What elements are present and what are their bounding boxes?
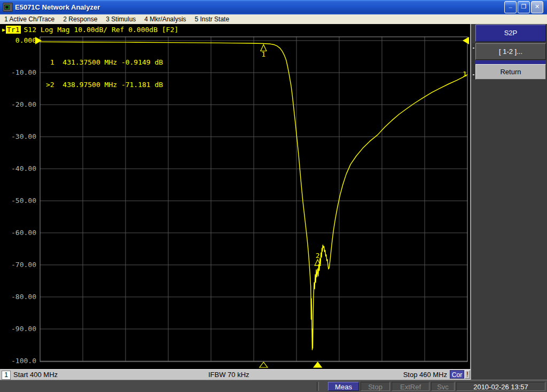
channel-number-box: 1	[2, 371, 11, 380]
trace-format-text: S12 Log Mag 10.00dB/ Ref 0.000dB [F2]	[24, 26, 179, 34]
y-axis-label: -40.00	[0, 164, 36, 173]
y-axis-label: -60.00	[0, 229, 36, 237]
softkey-menu-title: S2P	[475, 25, 546, 42]
trace-end-number: 1	[463, 70, 467, 78]
menu-response[interactable]: 2 Response	[59, 15, 101, 23]
ifbw-label: IFBW 70 kHz	[208, 371, 249, 379]
softkey-scroll-strip	[472, 43, 475, 80]
menu-mkr-analysis[interactable]: 4 Mkr/Analysis	[140, 15, 190, 23]
trace1-chip[interactable]: Tr1	[6, 26, 20, 34]
y-axis-label: -10.00	[0, 68, 36, 76]
app-icon	[3, 3, 13, 12]
ref-level-pointer-right-icon[interactable]	[463, 37, 469, 44]
state-bar-separator	[317, 382, 319, 391]
marker2-readout: >2 438.97500 MHz -71.181 dB	[46, 81, 163, 89]
datetime-display: 2010-02-26 13:57	[456, 382, 545, 391]
y-axis-label: -100.0	[0, 357, 36, 365]
instrument-state-bar: Meas Stop ExtRef Svc 2010-02-26 13:57	[0, 380, 547, 392]
stop-frequency-label: Stop 460 MHz	[403, 371, 447, 379]
softkey-return[interactable]: Return	[475, 64, 546, 80]
restore-button[interactable]: ❐	[518, 1, 530, 13]
menu-bar: 1 Active Ch/Trace 2 Response 3 Stimulus …	[0, 14, 547, 25]
meas-status-badge: Meas	[328, 382, 359, 391]
softkey-sidebar: S2P [ 1-2 ]... Return	[470, 24, 547, 380]
y-axis-label: -70.00	[0, 261, 36, 269]
menu-stimulus[interactable]: 3 Stimulus	[101, 15, 140, 23]
y-axis-label: -20.00	[0, 100, 36, 108]
error-indicator[interactable]: !	[465, 370, 470, 379]
trace-status-line: ▶ Tr1 S12 Log Mag 10.00dB/ Ref 0.000dB […	[2, 26, 178, 34]
marker1-number: 1	[261, 50, 265, 58]
marker1-readout: 1 431.37500 MHz -0.9149 dB	[46, 59, 163, 66]
softkey-separator	[475, 60, 546, 64]
extref-status-badge: ExtRef	[392, 382, 429, 391]
softkey-1-2-ports[interactable]: [ 1-2 ]...	[475, 43, 546, 60]
marker1-stimulus-triangle-icon[interactable]	[260, 362, 268, 367]
marker2-stimulus-triangle-icon[interactable]	[314, 362, 322, 367]
y-axis-label: -30.00	[0, 132, 36, 140]
close-button[interactable]: ✕	[531, 1, 543, 13]
active-trace-pointer-icon: ▶	[2, 27, 5, 33]
y-axis-label: -90.00	[0, 325, 36, 333]
menu-active-ch-trace[interactable]: 1 Active Ch/Trace	[0, 15, 59, 23]
window-title: E5071C Network Analyzer	[15, 3, 100, 11]
measurement-screen: 112 ▶ Tr1 S12 Log Mag 10.00dB/ Ref 0.000…	[0, 24, 470, 369]
start-frequency-label: Start 400 MHz	[13, 371, 58, 379]
menu-instr-state[interactable]: 5 Instr State	[190, 15, 233, 23]
stimulus-status-bar: 1 Start 400 MHz IFBW 70 kHz Stop 460 MHz…	[0, 369, 471, 380]
y-axis-label: -50.00	[0, 197, 36, 205]
y-axis-label: 0.000	[0, 36, 36, 44]
minimize-button[interactable]: _	[504, 1, 517, 13]
marker-readout: 1 431.37500 MHz -0.9149 dB >2 438.97500 …	[46, 44, 163, 104]
svc-status-badge: Svc	[431, 382, 455, 391]
title-bar[interactable]: E5071C Network Analyzer _ ❐ ✕	[0, 0, 547, 14]
marker2-number: 2	[316, 252, 320, 260]
correction-badge: Cor	[450, 370, 464, 379]
y-axis-label: -80.00	[0, 293, 36, 301]
stop-status-badge: Stop	[361, 382, 390, 391]
